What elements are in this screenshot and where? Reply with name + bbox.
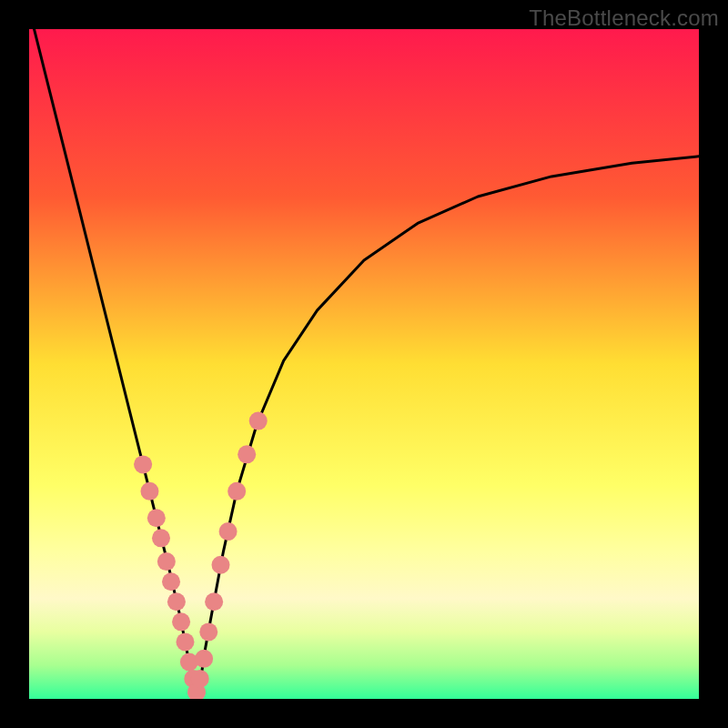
- data-point: [228, 482, 246, 500]
- data-point: [195, 650, 213, 668]
- data-point: [249, 412, 268, 430]
- data-point: [191, 670, 209, 688]
- data-point: [172, 612, 190, 631]
- gradient-background: [29, 29, 699, 699]
- watermark-text: TheBottleneck.com: [529, 5, 719, 31]
- chart-frame: TheBottleneck.com: [0, 0, 728, 728]
- data-point: [157, 552, 176, 571]
- data-point: [219, 522, 238, 541]
- plot-area: [29, 29, 699, 699]
- data-point: [134, 455, 152, 473]
- data-point: [162, 572, 180, 591]
- data-point: [147, 509, 166, 527]
- data-point: [205, 592, 223, 611]
- data-point: [140, 482, 158, 500]
- data-point: [238, 445, 256, 463]
- data-point: [167, 592, 186, 611]
- data-point: [176, 632, 194, 651]
- plot-svg: [29, 29, 699, 699]
- data-point: [152, 529, 170, 547]
- data-point: [212, 556, 230, 574]
- data-point: [199, 622, 217, 641]
